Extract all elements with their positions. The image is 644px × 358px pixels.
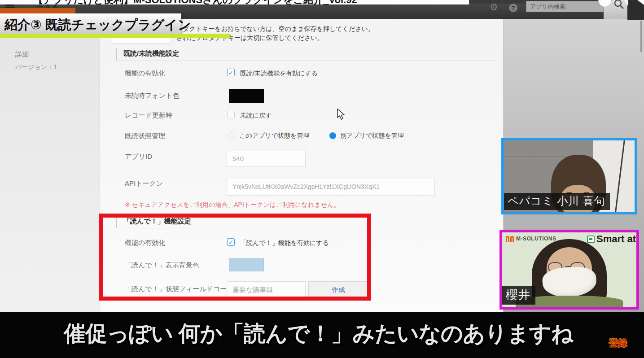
sidebar-version-label: バージョン：1 (15, 63, 57, 71)
title-badge: 紹介③ 既読チェックプラグイン (0, 13, 181, 34)
search-input[interactable] (526, 1, 604, 12)
reset-unread-checkbox[interactable] (227, 111, 235, 118)
smart-at-icon (587, 236, 595, 243)
wall-edge (613, 138, 626, 214)
help-icon[interactable]: ? (509, 4, 517, 12)
glasses-bridge (565, 266, 571, 267)
status-this-app-radio[interactable] (228, 132, 235, 139)
search-icon[interactable] (613, 0, 625, 10)
gear-icon[interactable]: ⚙ (490, 2, 498, 13)
caption-text: 催促っぽい 何か「読んで！」みたいなのありますね (64, 319, 573, 349)
title-badge-text: 紹介③ 既読チェックプラグイン (4, 16, 191, 34)
webcam-top-scene: ペパコミ 小川 喜句 (504, 140, 635, 212)
sidebar-item-details[interactable]: 詳細 (15, 50, 29, 59)
status-mgmt-label: 既読状態管理 (125, 132, 165, 140)
m-solutions-logo: M-SOLUTIONS (506, 236, 556, 242)
status-other-app-label: 別アプリで状態を管理 (340, 132, 404, 140)
api-token-input[interactable] (227, 178, 435, 196)
webcam-bottom: M-SOLUTIONS Smart at 櫻井 (499, 230, 639, 310)
enable-read-unread-option-label: 既読/未読機能を有効にする (240, 70, 318, 78)
unread-font-color-label: 未読時フォント色 (125, 92, 179, 100)
video-title-strip: 【アプリだけど便利】M-SOLUTIONSさんのプラグインをご紹介_Vol.92 (0, 0, 469, 4)
enable-label: 機能の有効化 (125, 69, 165, 78)
scrollbar-thumb[interactable] (640, 21, 642, 52)
product-key-note-1: ダクトキーをお持ちでない方は、空のまま保存を押してください。 (183, 25, 374, 33)
m-solutions-logo-text: M-SOLUTIONS (516, 236, 556, 242)
status-this-app-label: このアプリで状態を管理 (239, 132, 309, 140)
subscribe-label: 登録 (609, 337, 627, 349)
status-other-app-radio[interactable] (329, 132, 336, 139)
m-solutions-icon (506, 236, 514, 242)
smart-at-logo: Smart at (587, 233, 636, 245)
smart-at-logo-text: Smart at (596, 233, 636, 245)
enable-read-unread-checkbox[interactable]: ✓ (227, 69, 235, 76)
api-token-label: APIトークン (125, 179, 163, 188)
badge-underline (0, 34, 230, 38)
app-id-label: アプリID (125, 153, 152, 161)
record-update-label: レコード更新時 (125, 111, 172, 120)
api-token-warning: ※ セキュアアクセスをご利用の場合、APIトークンはご利用になれません。 (125, 201, 340, 209)
webcam-top: ペパコミ 小川 喜句 (501, 138, 637, 214)
video-frame: 【アプリだけど便利】M-SOLUTIONSさんのプラグインをご紹介_Vol.92… (0, 0, 644, 358)
reset-unread-option-label: 未読に戻す (240, 112, 272, 120)
name-tag: 櫻井 (502, 286, 535, 305)
unread-font-color-swatch[interactable] (229, 89, 264, 103)
app-id-input[interactable] (227, 150, 306, 167)
highlight-red-box (99, 214, 371, 301)
caption-bar: 催促っぽい 何か「読んで！」みたいなのありますね 登録 (0, 312, 644, 358)
section-header-read-unread: 既読/未読機能設定 (116, 48, 495, 61)
webcam-bottom-scene: M-SOLUTIONS Smart at 櫻井 (502, 232, 636, 307)
video-title: 【アプリだけど便利】M-SOLUTIONSさんのプラグインをご紹介_Vol.92 (33, 0, 357, 4)
name-tag: ペパコミ 小川 喜句 (504, 193, 610, 210)
mouse-cursor-icon (337, 109, 346, 120)
settings-sidebar: 詳細 バージョン：1 (0, 19, 100, 312)
